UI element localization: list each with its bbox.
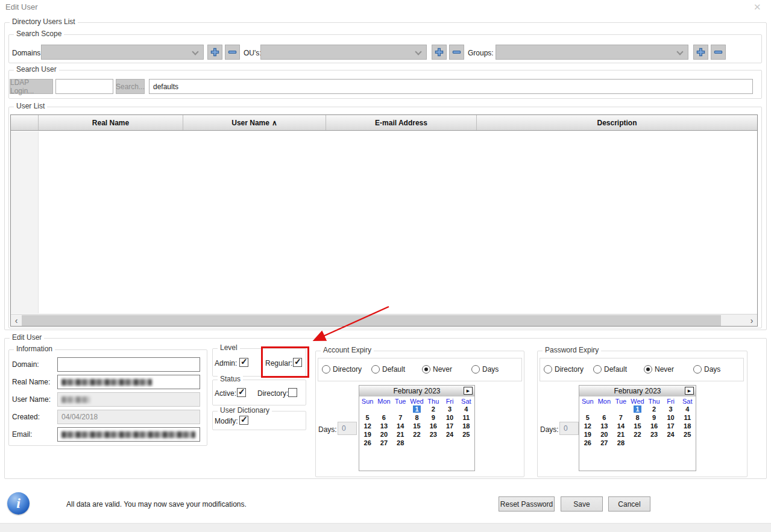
password-expiry-default-option[interactable]: Default [593, 365, 627, 374]
calendar-day[interactable]: 4 [458, 405, 474, 414]
password-expiry-days-option[interactable]: Days [693, 365, 720, 374]
column-header-email[interactable]: E-mail Address [326, 115, 477, 130]
calendar-day[interactable]: 6 [376, 414, 392, 422]
calendar-day[interactable]: 14 [392, 422, 409, 431]
group-label: Edit User [10, 333, 44, 342]
calendar-day[interactable]: 28 [392, 439, 409, 448]
calendar-day[interactable]: 1 [409, 405, 425, 414]
domains-combobox[interactable] [41, 45, 204, 60]
calendar-day[interactable]: 17 [441, 422, 458, 431]
calendar-day[interactable]: 6 [596, 414, 613, 422]
calendar-day[interactable]: 2 [646, 405, 662, 414]
column-header-rowselector[interactable] [11, 115, 39, 130]
scroll-left-icon[interactable]: ‹ [11, 315, 22, 326]
calendar-day[interactable]: 27 [376, 439, 392, 448]
column-header-user-name[interactable]: User Name ∧ [183, 115, 326, 130]
account-expiry-directory-option[interactable]: Directory [322, 365, 362, 374]
password-expiry-directory-option[interactable]: Directory [544, 365, 584, 374]
column-header-description[interactable]: Description [477, 115, 757, 130]
directory-checkbox[interactable] [288, 388, 297, 397]
account-expiry-default-option[interactable]: Default [371, 365, 405, 374]
ous-combobox[interactable] [260, 45, 427, 60]
account-expiry-days-option[interactable]: Days [471, 365, 499, 374]
calendar-day[interactable]: 25 [458, 431, 474, 439]
calendar-day[interactable]: 17 [662, 422, 679, 431]
calendar-day[interactable]: 16 [425, 422, 441, 431]
admin-checkbox[interactable]: ✓ [239, 358, 248, 367]
active-checkbox[interactable]: ✓ [237, 388, 246, 397]
calendar-day[interactable]: 15 [409, 422, 425, 431]
calendar-day[interactable]: 28 [612, 439, 629, 448]
calendar-day[interactable]: 26 [579, 439, 596, 448]
calendar-day[interactable]: 19 [579, 431, 596, 439]
calendar-day[interactable]: 12 [579, 422, 596, 431]
remove-domain-button[interactable] [225, 45, 240, 60]
calendar-day[interactable]: 5 [359, 414, 376, 422]
calendar-day[interactable]: 9 [646, 414, 662, 422]
ldap-login-button[interactable]: LDAP Login... [10, 79, 53, 94]
search-button[interactable]: Search... [116, 79, 145, 94]
calendar-day[interactable]: 24 [662, 431, 679, 439]
calendar-day[interactable]: 14 [612, 422, 629, 431]
account-expiry-never-option[interactable]: Never [422, 365, 452, 374]
calendar-day[interactable]: 21 [612, 431, 629, 439]
calendar-day[interactable]: 10 [662, 414, 679, 422]
filter-input[interactable]: defaults [149, 79, 753, 94]
calendar-day[interactable]: 22 [409, 431, 425, 439]
calendar-day[interactable]: 1 [629, 405, 646, 414]
reset-password-button[interactable]: Reset Password [499, 496, 555, 512]
calendar-day[interactable]: 8 [409, 414, 425, 422]
calendar-day[interactable]: 26 [359, 439, 376, 448]
calendar-day[interactable]: 13 [376, 422, 392, 431]
calendar-day[interactable]: 18 [679, 422, 696, 431]
calendar-day[interactable]: 24 [441, 431, 458, 439]
calendar-day[interactable]: 11 [679, 414, 696, 422]
calendar-day[interactable]: 8 [629, 414, 646, 422]
calendar-day[interactable]: 20 [596, 431, 613, 439]
calendar-day[interactable]: 12 [359, 422, 376, 431]
add-domain-button[interactable] [207, 45, 222, 60]
calendar-day[interactable]: 7 [612, 414, 629, 422]
radio-icon [471, 365, 480, 374]
calendar-day[interactable]: 3 [662, 405, 679, 414]
calendar-day[interactable]: 13 [596, 422, 613, 431]
calendar-day[interactable]: 10 [441, 414, 458, 422]
calendar-day[interactable]: 18 [458, 422, 474, 431]
calendar-day[interactable]: 19 [359, 431, 376, 439]
domain-field[interactable] [57, 357, 200, 372]
email-field[interactable] [57, 427, 200, 442]
real-name-field[interactable] [57, 375, 200, 389]
calendar-day[interactable]: 23 [646, 431, 662, 439]
remove-group-button[interactable] [711, 45, 726, 60]
calendar-day[interactable]: 22 [629, 431, 646, 439]
calendar-next-icon[interactable]: ▶ [685, 387, 694, 395]
column-header-real-name[interactable]: Real Name [39, 115, 183, 130]
calendar-day[interactable]: 25 [679, 431, 696, 439]
calendar-day[interactable]: 20 [376, 431, 392, 439]
calendar-day[interactable]: 16 [646, 422, 662, 431]
calendar-day[interactable]: 11 [458, 414, 474, 422]
scroll-right-icon[interactable]: › [746, 315, 757, 326]
password-expiry-never-option[interactable]: Never [644, 365, 674, 374]
calendar-day[interactable]: 23 [425, 431, 441, 439]
calendar-day[interactable]: 7 [392, 414, 409, 422]
add-group-button[interactable] [693, 45, 708, 60]
calendar-day[interactable]: 27 [596, 439, 613, 448]
calendar-day[interactable]: 4 [679, 405, 696, 414]
calendar-day[interactable]: 9 [425, 414, 441, 422]
calendar-next-icon[interactable]: ▶ [464, 387, 473, 395]
add-ou-button[interactable] [432, 45, 447, 60]
calendar-day[interactable]: 5 [579, 414, 596, 422]
calendar-day[interactable]: 21 [392, 431, 409, 439]
save-button[interactable]: Save [561, 496, 603, 512]
modify-checkbox[interactable]: ✓ [239, 416, 248, 425]
groups-combobox[interactable] [496, 45, 688, 60]
cancel-button[interactable]: Cancel [608, 496, 650, 512]
calendar-day-empty [441, 439, 458, 448]
close-icon[interactable]: ✕ [754, 2, 761, 13]
calendar-day[interactable]: 15 [629, 422, 646, 431]
calendar-day[interactable]: 3 [441, 405, 458, 414]
search-user-input[interactable] [55, 79, 113, 94]
remove-ou-button[interactable] [449, 45, 464, 60]
calendar-day[interactable]: 2 [425, 405, 441, 414]
